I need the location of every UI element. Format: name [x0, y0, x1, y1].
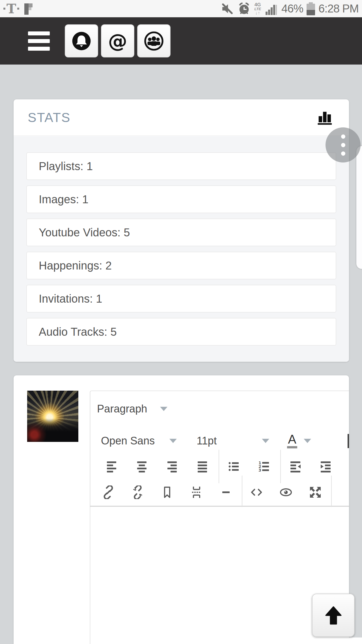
fullscreen-icon	[309, 485, 322, 499]
stat-item-invitations: Invitations: 1	[26, 285, 336, 313]
toolbar-row-align: 1 2 3	[90, 455, 349, 478]
bullet-list-icon	[227, 460, 241, 473]
t-mobile-logo-icon: T	[3, 2, 19, 15]
stat-item-audio-tracks: Audio Tracks: 5	[26, 318, 336, 346]
align-justify-icon	[196, 460, 209, 473]
menu-icon[interactable]	[28, 31, 50, 51]
status-bar-right: 4G LTE ↓↑ 46% 6:28 PM	[221, 2, 359, 16]
groups-button[interactable]	[137, 24, 171, 57]
mentions-button[interactable]: @	[101, 24, 134, 57]
mobile-screen: T 4G LTE ↓↑	[0, 0, 362, 644]
text-color-button[interactable]: A	[288, 433, 311, 448]
source-code-button[interactable]	[250, 485, 263, 499]
stat-item-happenings: Happenings: 2	[26, 252, 336, 279]
code-icon	[250, 485, 263, 499]
insert-link-button[interactable]	[102, 485, 115, 499]
link-icon	[102, 485, 115, 499]
eye-icon	[279, 485, 293, 499]
status-bar: T 4G LTE ↓↑	[0, 0, 362, 17]
fullscreen-button[interactable]	[309, 485, 322, 499]
bottom-right-patch	[349, 637, 362, 644]
bar-chart-icon[interactable]	[317, 110, 335, 125]
outdent-icon	[289, 460, 302, 473]
numbered-list-button[interactable]: 1 2 3	[257, 460, 271, 473]
network-4g-lte-icon: 4G LTE ↓↑	[254, 2, 261, 15]
font-family-label: Open Sans	[101, 435, 155, 447]
t-mobile-logo-letter: T	[7, 2, 16, 15]
anchor-button[interactable]	[160, 485, 174, 499]
toolbar-separator	[331, 476, 332, 509]
page-break-icon	[190, 485, 203, 499]
remove-link-button[interactable]	[131, 485, 145, 499]
stats-card: STATS Playlists: 1 Images: 1 Youtube Vid…	[14, 99, 349, 362]
chevron-down-icon	[160, 407, 167, 411]
t-mobile-logo-square-right	[17, 8, 19, 10]
signal-strength-icon	[264, 2, 278, 16]
indent-icon	[319, 460, 333, 473]
vertical-dots-icon	[341, 134, 345, 139]
sunset-thumbnail-image[interactable]	[27, 391, 78, 442]
toolbar-row-format: Paragraph	[90, 391, 349, 427]
notifications-button[interactable]	[65, 24, 98, 57]
format-dropdown[interactable]: Paragraph	[97, 403, 167, 415]
align-left-button[interactable]	[105, 460, 118, 473]
mentions-at-icon: @	[108, 31, 127, 51]
font-size-label: 11pt	[197, 435, 217, 447]
app-header: @	[0, 17, 362, 65]
header-buttons: @	[65, 24, 171, 57]
up-arrow-icon	[321, 603, 346, 628]
numbered-list-icon: 1 2 3	[257, 460, 271, 473]
more-options-button[interactable]	[326, 127, 361, 162]
editor-card: Paragraph Open Sans 11pt A	[14, 375, 349, 644]
align-center-button[interactable]	[135, 460, 149, 473]
toolbar-row-font: Open Sans 11pt A	[90, 427, 349, 455]
battery-percent: 46%	[281, 2, 303, 15]
stats-title: STATS	[28, 110, 70, 125]
bookmark-icon	[160, 485, 174, 499]
align-left-icon	[105, 460, 118, 473]
chevron-down-icon	[304, 439, 311, 443]
scroll-to-top-button[interactable]	[312, 594, 355, 637]
font-size-dropdown[interactable]: 11pt	[197, 435, 269, 447]
align-right-icon	[165, 460, 179, 473]
stats-list: Playlists: 1 Images: 1 Youtube Videos: 5…	[14, 136, 349, 362]
editor-toolbar: Paragraph Open Sans 11pt A	[90, 391, 349, 506]
svg-text:3: 3	[258, 468, 261, 472]
table-button-clipped[interactable]	[341, 485, 349, 500]
rich-text-editor: Paragraph Open Sans 11pt A	[90, 391, 349, 644]
horizontal-rule-icon	[219, 485, 233, 499]
text-color-label: A	[288, 433, 296, 448]
mute-icon	[221, 2, 234, 15]
horizontal-rule-button[interactable]	[219, 485, 233, 499]
format-dropdown-label: Paragraph	[97, 403, 147, 415]
font-family-dropdown[interactable]: Open Sans	[101, 435, 177, 447]
outdent-button[interactable]	[289, 460, 302, 473]
scrollbar-thumb[interactable]	[356, 146, 362, 269]
flipboard-icon	[24, 2, 35, 15]
data-arrows: ↓↑	[255, 11, 260, 15]
align-justify-button[interactable]	[196, 460, 209, 473]
page-break-button[interactable]	[190, 485, 203, 499]
stats-card-header: STATS	[14, 99, 349, 136]
battery-icon	[307, 2, 315, 15]
indent-button[interactable]	[319, 460, 333, 473]
unlink-icon	[131, 485, 145, 499]
bullet-list-button[interactable]	[227, 460, 241, 473]
stat-item-playlists: Playlists: 1	[26, 152, 336, 180]
stat-item-images: Images: 1	[26, 185, 336, 213]
notifications-bell-icon	[70, 29, 93, 53]
align-right-button[interactable]	[165, 460, 179, 473]
alarm-clock-icon	[237, 2, 251, 16]
clipped-toolbar-icon	[348, 434, 349, 448]
editor-content-area[interactable]	[90, 507, 349, 644]
table-icon	[341, 485, 349, 499]
chevron-down-icon	[262, 439, 269, 443]
toolbar-separator	[242, 476, 242, 509]
stat-item-youtube: Youtube Videos: 5	[26, 219, 336, 246]
toolbar-row-insert	[90, 478, 349, 506]
status-bar-left: T	[3, 0, 35, 17]
preview-button[interactable]	[279, 485, 293, 499]
align-center-icon	[135, 460, 149, 473]
chevron-down-icon	[169, 439, 177, 443]
t-mobile-logo-square-left	[3, 8, 5, 10]
